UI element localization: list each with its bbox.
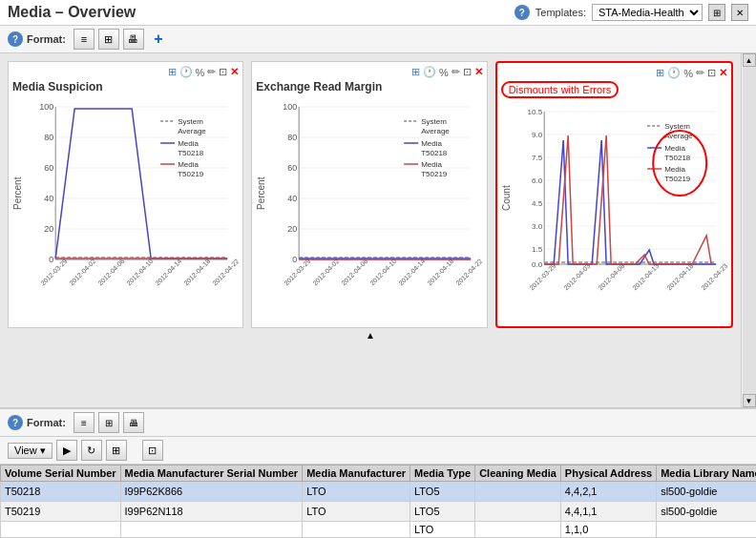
svg-text:Media: Media	[664, 165, 685, 174]
table-row[interactable]: T50218 I99P62K866 LTO LTO5 4,4,2,1 sl500…	[1, 482, 757, 502]
bottom-format-grid[interactable]: ⊞	[98, 412, 119, 433]
chart-icon-edit[interactable]: ✏	[207, 66, 216, 78]
view-refresh-btn[interactable]: ↻	[81, 440, 102, 461]
col-library-name: Media Library Name	[657, 466, 756, 482]
view-config-btn[interactable]: ⊡	[142, 440, 163, 461]
templates-label: Templates:	[536, 7, 586, 18]
svg-text:2012-04-03: 2012-04-03	[562, 262, 591, 291]
top-toolbar: ? Format: ≡ ⊞ 🖶 +	[0, 26, 756, 53]
svg-text:T50219: T50219	[664, 175, 691, 183]
chart-container-3: Count	[501, 102, 727, 295]
expand-arrow[interactable]: ▲	[8, 328, 733, 342]
chart-title-3: Dismounts with Errors	[501, 81, 620, 98]
chart2-icon-percent[interactable]: %	[439, 67, 449, 78]
svg-text:2012-04-18: 2012-04-18	[665, 262, 694, 291]
svg-text:4.5: 4.5	[532, 199, 543, 208]
charts-row: ⊞ 🕐 % ✏ ⊡ ✕ Media Suspicion Percent	[8, 61, 733, 328]
svg-text:0: 0	[49, 255, 53, 264]
format-label: Format:	[27, 33, 66, 45]
chart3-icon-close[interactable]: ✕	[719, 67, 727, 79]
svg-text:Media: Media	[178, 160, 199, 169]
view-play-btn[interactable]: ▶	[56, 440, 77, 461]
table-container: Volume Serial Number Media Manufacturer …	[0, 465, 756, 538]
header-help-icon[interactable]: ?	[514, 5, 530, 20]
svg-text:40: 40	[44, 194, 53, 203]
chart2-icon-view[interactable]: ⊡	[463, 66, 472, 78]
header-icon-grid[interactable]: ⊞	[708, 4, 725, 21]
header-icon-action[interactable]: ✕	[731, 4, 748, 21]
svg-text:1.5: 1.5	[532, 245, 543, 254]
svg-text:System: System	[664, 122, 690, 131]
table-row[interactable]: LTO 1,1,0 2012-04-22 07:51:03	[1, 522, 757, 538]
chart-svg-2: 100 80 60 40 20 0	[268, 97, 482, 288]
header-controls: ? Templates: STA-Media-Health ⊞ ✕	[514, 4, 748, 21]
scrollbar-track[interactable]	[743, 67, 756, 394]
charts-scroll: ⊞ 🕐 % ✏ ⊡ ✕ Media Suspicion Percent	[0, 53, 741, 407]
col-physical-addr: Physical Address	[560, 466, 656, 482]
svg-text:80: 80	[287, 133, 297, 142]
svg-text:0: 0	[292, 255, 297, 264]
cell-mfr	[303, 522, 410, 538]
chart2-icon-copy[interactable]: ⊞	[411, 66, 420, 78]
format-btn-grid[interactable]: ⊞	[98, 29, 119, 50]
media-table: Volume Serial Number Media Manufacturer …	[0, 465, 756, 538]
chart2-icon-close[interactable]: ✕	[474, 66, 483, 78]
chart-panel-toolbar-2: ⊞ 🕐 % ✏ ⊡ ✕	[256, 66, 482, 78]
chart3-icon-clock[interactable]: 🕐	[667, 67, 681, 79]
scrollbar-up[interactable]: ▲	[743, 53, 756, 67]
templates-select[interactable]: STA-Media-Health	[592, 4, 703, 21]
svg-text:2012-04-14: 2012-04-14	[398, 258, 427, 286]
chart3-icon-view[interactable]: ⊡	[707, 67, 716, 79]
svg-text:10.5: 10.5	[527, 108, 542, 116]
chart-icon-percent[interactable]: %	[196, 67, 205, 78]
chart3-icon-edit[interactable]: ✏	[696, 67, 704, 79]
chart-inner-3: 10.5 9.0 7.5 6.0 4.5 3.0 1.5 0.0	[514, 102, 727, 295]
col-cleaning-media: Cleaning Media	[475, 466, 561, 482]
chart-panel-exchange-read: ⊞ 🕐 % ✏ ⊡ ✕ Exchange Read Margin Percent	[251, 61, 487, 328]
cell-lib-name	[657, 522, 756, 538]
svg-text:2012-04-18: 2012-04-18	[182, 258, 211, 286]
svg-text:Average: Average	[421, 127, 450, 135]
chart-icon-view[interactable]: ⊡	[219, 66, 227, 78]
cell-type: LTO	[410, 522, 475, 538]
svg-text:2012-04-22: 2012-04-22	[211, 258, 239, 286]
chart-icon-close[interactable]: ✕	[230, 66, 239, 78]
view-button[interactable]: View ▾	[8, 443, 52, 459]
bottom-format-list[interactable]: ≡	[74, 412, 94, 433]
chart-icon-clock[interactable]: 🕐	[179, 66, 193, 78]
right-scrollbar: ▲ ▼	[741, 53, 756, 407]
cell-vol-serial: T50218	[1, 482, 121, 502]
svg-text:Average: Average	[178, 127, 206, 135]
page-title: Media – Overview	[8, 4, 136, 21]
table-header-row: Volume Serial Number Media Manufacturer …	[1, 466, 757, 482]
toolbar-help-icon[interactable]: ?	[8, 31, 23, 47]
cell-lib-name: sl500-goldie	[657, 502, 756, 522]
chart3-icon-copy[interactable]: ⊞	[656, 67, 664, 79]
svg-text:Media: Media	[421, 160, 442, 169]
svg-text:6.0: 6.0	[532, 176, 543, 185]
svg-text:Media: Media	[664, 144, 685, 153]
scrollbar-down[interactable]: ▼	[743, 394, 756, 407]
svg-text:Media: Media	[178, 139, 199, 148]
cell-vol-serial: T50219	[1, 502, 121, 522]
y-axis-label-1: Percent	[12, 97, 23, 290]
table-row[interactable]: T50219 I99P62N118 LTO LTO5 4,4,1,1 sl500…	[1, 502, 757, 522]
cell-lib-name: sl500-goldie	[657, 482, 756, 502]
svg-text:System: System	[178, 117, 203, 126]
view-export-btn[interactable]: ⊞	[106, 440, 127, 461]
svg-text:2012-03-29: 2012-03-29	[39, 258, 68, 286]
cell-vol-serial	[1, 522, 121, 538]
bottom-help-icon[interactable]: ?	[8, 415, 23, 430]
add-chart-button[interactable]: +	[148, 29, 169, 50]
chart-panel-toolbar-1: ⊞ 🕐 % ✏ ⊡ ✕	[12, 66, 239, 78]
cell-mfr-serial	[120, 522, 303, 538]
chart2-icon-edit[interactable]: ✏	[452, 66, 460, 78]
chart2-icon-clock[interactable]: 🕐	[423, 66, 436, 78]
format-btn-table[interactable]: ≡	[74, 29, 94, 50]
svg-text:T50219: T50219	[421, 170, 448, 178]
bottom-format-print[interactable]: 🖶	[123, 412, 144, 433]
chart-icon-copy[interactable]: ⊞	[168, 66, 177, 78]
format-btn-print[interactable]: 🖶	[123, 29, 144, 50]
svg-text:T50218: T50218	[664, 154, 691, 162]
chart3-icon-percent[interactable]: %	[683, 68, 693, 79]
